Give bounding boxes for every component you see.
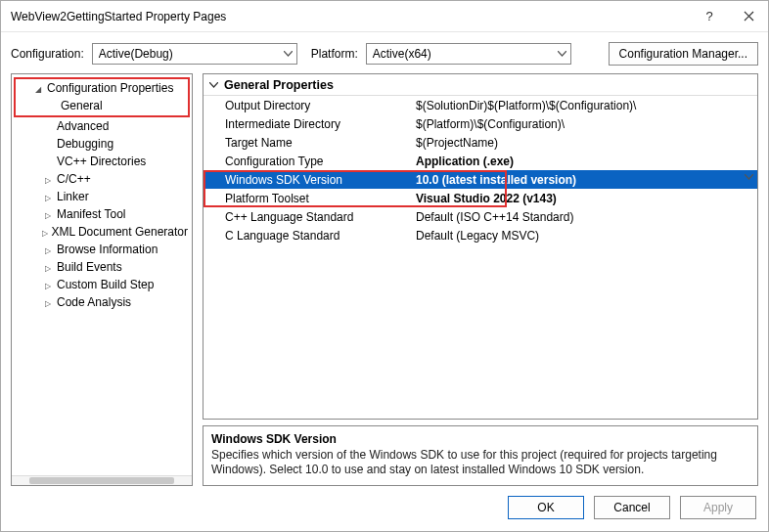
chevron-down-icon: [558, 51, 566, 57]
configuration-label: Configuration:: [11, 47, 84, 61]
property-grid: General Properties Output Directory$(Sol…: [203, 73, 758, 420]
chevron-down-icon: [209, 82, 218, 88]
tree-highlight-root: Configuration Properties General: [14, 77, 190, 117]
window-title: WebView2GettingStarted Property Pages: [11, 10, 690, 23]
tree-item-ccpp[interactable]: C/C++: [12, 170, 192, 188]
property-row[interactable]: Platform ToolsetVisual Studio 2022 (v143…: [204, 189, 757, 207]
tree-item-linker[interactable]: Linker: [12, 188, 192, 205]
platform-combo[interactable]: Active(x64): [366, 43, 571, 65]
expander-expanded-icon[interactable]: [31, 83, 45, 94]
property-row[interactable]: Target Name$(ProjectName): [204, 133, 757, 152]
close-button[interactable]: [729, 1, 768, 32]
tree-item-vcpp-directories[interactable]: VC++ Directories: [12, 153, 192, 170]
platform-label: Platform:: [311, 47, 358, 61]
tree[interactable]: Configuration Properties General Advance…: [12, 74, 192, 475]
property-row[interactable]: Intermediate Directory$(Platform)\$(Conf…: [204, 114, 757, 133]
description-pane: Windows SDK Version Specifies which vers…: [203, 425, 758, 486]
body: Configuration Properties General Advance…: [1, 73, 768, 486]
tree-item-advanced[interactable]: Advanced: [12, 117, 192, 135]
property-row[interactable]: C Language StandardDefault (Legacy MSVC): [204, 226, 757, 244]
tree-item-manifest-tool[interactable]: Manifest Tool: [12, 205, 192, 223]
configuration-value: Active(Debug): [99, 47, 173, 61]
expander-collapsed-icon[interactable]: [41, 227, 49, 238]
configuration-combo[interactable]: Active(Debug): [92, 43, 297, 65]
platform-value: Active(x64): [373, 47, 431, 61]
property-grid-body: Output Directory$(SolutionDir)$(Platform…: [204, 96, 757, 419]
tree-pane: Configuration Properties General Advance…: [11, 73, 193, 486]
tree-horizontal-scrollbar[interactable]: [12, 475, 192, 485]
tree-item-custom-build-step[interactable]: Custom Build Step: [12, 276, 192, 293]
property-group-header[interactable]: General Properties: [204, 74, 757, 96]
ok-button[interactable]: OK: [508, 496, 584, 519]
property-row[interactable]: Output Directory$(SolutionDir)$(Platform…: [204, 96, 757, 114]
chevron-down-icon: [284, 51, 293, 57]
property-row[interactable]: C++ Language StandardDefault (ISO C++14 …: [204, 207, 757, 226]
help-button[interactable]: ?: [690, 1, 729, 32]
tree-item-general[interactable]: General: [16, 97, 188, 114]
expander-collapsed-icon[interactable]: [41, 174, 55, 185]
footer: OK Cancel Apply: [1, 486, 768, 531]
expander-collapsed-icon[interactable]: [41, 280, 55, 290]
tree-root-label: Configuration Properties: [45, 81, 173, 95]
tree-item-debugging[interactable]: Debugging: [12, 135, 192, 153]
property-row-selected[interactable]: Windows SDK Version 10.0 (latest install…: [204, 170, 757, 189]
right-pane: General Properties Output Directory$(Sol…: [203, 73, 758, 486]
titlebar: WebView2GettingStarted Property Pages ?: [1, 1, 768, 32]
description-text: Specifies which version of the Windows S…: [211, 448, 749, 477]
tree-item-build-events[interactable]: Build Events: [12, 258, 192, 276]
close-icon: [744, 11, 754, 22]
toolbar: Configuration: Active(Debug) Platform: A…: [1, 32, 768, 73]
apply-button[interactable]: Apply: [680, 496, 756, 519]
cancel-button[interactable]: Cancel: [594, 496, 670, 519]
expander-collapsed-icon[interactable]: [41, 192, 55, 202]
tree-root[interactable]: Configuration Properties: [16, 79, 188, 97]
chevron-down-icon[interactable]: [745, 172, 753, 182]
expander-collapsed-icon[interactable]: [41, 209, 55, 220]
tree-item-browse-information[interactable]: Browse Information: [12, 241, 192, 258]
description-title: Windows SDK Version: [211, 432, 749, 446]
tree-item-code-analysis[interactable]: Code Analysis: [12, 293, 192, 311]
expander-collapsed-icon[interactable]: [41, 297, 55, 308]
configuration-manager-button[interactable]: Configuration Manager...: [609, 42, 758, 66]
dialog-window: WebView2GettingStarted Property Pages ? …: [0, 0, 769, 532]
property-row[interactable]: Configuration TypeApplication (.exe): [204, 152, 757, 170]
expander-collapsed-icon[interactable]: [41, 262, 55, 273]
expander-collapsed-icon[interactable]: [41, 244, 55, 255]
tree-item-xml-document-generator[interactable]: XML Document Generator: [12, 223, 192, 241]
